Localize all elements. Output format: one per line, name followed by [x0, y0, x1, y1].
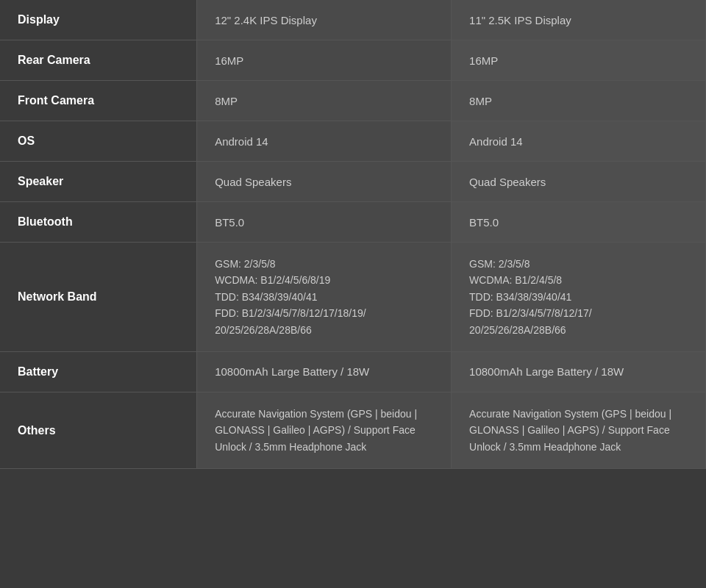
value2-others: Accurate Navigation System (GPS | beidou…	[452, 392, 706, 468]
value2-bluetooth: BT5.0	[452, 202, 706, 243]
row-network-band: Network BandGSM: 2/3/5/8 WCDMA: B1/2/4/5…	[0, 243, 706, 352]
value2-network-band: GSM: 2/3/5/8 WCDMA: B1/2/4/5/8 TDD: B34/…	[452, 243, 706, 352]
label-display: Display	[0, 0, 197, 40]
value1-display: 12" 2.4K IPS Display	[197, 0, 452, 40]
value1-rear-camera: 16MP	[197, 40, 452, 81]
value2-display: 11" 2.5K IPS Display	[452, 0, 706, 40]
value2-rear-camera: 16MP	[452, 40, 706, 81]
label-speaker: Speaker	[0, 162, 197, 202]
row-display: Display12" 2.4K IPS Display11" 2.5K IPS …	[0, 0, 706, 40]
label-rear-camera: Rear Camera	[0, 40, 197, 81]
value2-os: Android 14	[452, 121, 706, 162]
row-bluetooth: BluetoothBT5.0BT5.0	[0, 202, 706, 243]
label-front-camera: Front Camera	[0, 81, 197, 121]
label-network-band: Network Band	[0, 243, 197, 352]
value1-battery: 10800mAh Large Battery / 18W	[197, 351, 452, 392]
value2-battery: 10800mAh Large Battery / 18W	[452, 351, 706, 392]
value1-others: Accurate Navigation System (GPS | beidou…	[197, 392, 452, 468]
row-battery: Battery10800mAh Large Battery / 18W10800…	[0, 351, 706, 392]
value1-speaker: Quad Speakers	[197, 162, 452, 202]
label-os: OS	[0, 121, 197, 162]
value1-os: Android 14	[197, 121, 452, 162]
row-rear-camera: Rear Camera16MP16MP	[0, 40, 706, 81]
value1-bluetooth: BT5.0	[197, 202, 452, 243]
label-battery: Battery	[0, 351, 197, 392]
value2-front-camera: 8MP	[452, 81, 706, 121]
row-speaker: SpeakerQuad SpeakersQuad Speakers	[0, 162, 706, 202]
row-others: OthersAccurate Navigation System (GPS | …	[0, 392, 706, 468]
comparison-table: Display12" 2.4K IPS Display11" 2.5K IPS …	[0, 0, 706, 469]
value2-speaker: Quad Speakers	[452, 162, 706, 202]
row-os: OSAndroid 14Android 14	[0, 121, 706, 162]
label-others: Others	[0, 392, 197, 468]
value1-network-band: GSM: 2/3/5/8 WCDMA: B1/2/4/5/6/8/19 TDD:…	[197, 243, 452, 352]
row-front-camera: Front Camera8MP8MP	[0, 81, 706, 121]
value1-front-camera: 8MP	[197, 81, 452, 121]
label-bluetooth: Bluetooth	[0, 202, 197, 243]
